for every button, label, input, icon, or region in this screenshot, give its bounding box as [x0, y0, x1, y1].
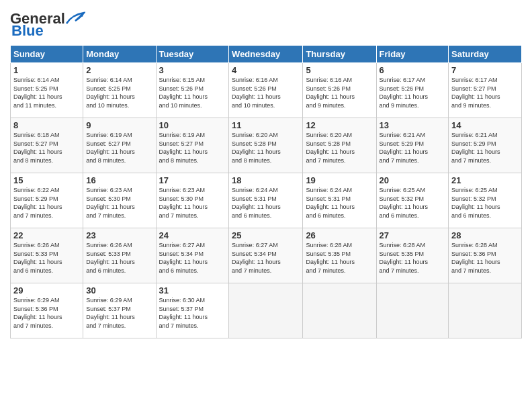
weekday-header-monday: Monday [83, 46, 156, 63]
day-number: 27 [380, 230, 446, 240]
calendar-cell: 27Sunrise: 6:28 AM Sunset: 5:35 PM Dayli… [376, 228, 449, 283]
weekday-header-tuesday: Tuesday [156, 46, 229, 63]
day-info: Sunrise: 6:19 AM Sunset: 5:27 PM Dayligh… [86, 131, 152, 165]
day-info: Sunrise: 6:28 AM Sunset: 5:36 PM Dayligh… [451, 241, 519, 275]
day-number: 19 [306, 175, 373, 185]
day-number: 13 [380, 120, 446, 130]
calendar-cell: 4Sunrise: 6:16 AM Sunset: 5:26 PM Daylig… [229, 63, 303, 118]
day-info: Sunrise: 6:18 AM Sunset: 5:27 PM Dayligh… [13, 131, 80, 165]
calendar-cell: 24Sunrise: 6:27 AM Sunset: 5:34 PM Dayli… [156, 228, 229, 283]
day-number: 1 [13, 65, 80, 75]
calendar-cell: 18Sunrise: 6:24 AM Sunset: 5:31 PM Dayli… [229, 173, 303, 228]
day-info: Sunrise: 6:28 AM Sunset: 5:35 PM Dayligh… [380, 241, 446, 275]
day-number: 26 [306, 230, 373, 240]
calendar-cell: 17Sunrise: 6:23 AM Sunset: 5:30 PM Dayli… [156, 173, 229, 228]
calendar-table: SundayMondayTuesdayWednesdayThursdayFrid… [10, 45, 522, 338]
weekday-header-saturday: Saturday [449, 46, 522, 63]
day-info: Sunrise: 6:16 AM Sunset: 5:26 PM Dayligh… [306, 76, 373, 109]
day-info: Sunrise: 6:26 AM Sunset: 5:33 PM Dayligh… [86, 241, 152, 275]
day-number: 22 [13, 230, 80, 240]
day-number: 10 [159, 120, 226, 130]
calendar-cell: 6Sunrise: 6:17 AM Sunset: 5:26 PM Daylig… [376, 63, 449, 118]
day-info: Sunrise: 6:16 AM Sunset: 5:26 PM Dayligh… [232, 76, 300, 109]
weekday-header-sunday: Sunday [11, 46, 83, 63]
day-info: Sunrise: 6:22 AM Sunset: 5:29 PM Dayligh… [13, 186, 80, 220]
calendar-cell: 31Sunrise: 6:30 AM Sunset: 5:37 PM Dayli… [156, 283, 229, 338]
day-number: 16 [86, 175, 152, 185]
calendar-cell: 28Sunrise: 6:28 AM Sunset: 5:36 PM Dayli… [449, 228, 522, 283]
day-number: 12 [306, 120, 373, 130]
day-number: 24 [159, 230, 226, 240]
week-row-1: 1Sunrise: 6:14 AM Sunset: 5:25 PM Daylig… [11, 63, 522, 118]
calendar-cell: 29Sunrise: 6:29 AM Sunset: 5:36 PM Dayli… [11, 283, 83, 338]
calendar-cell: 22Sunrise: 6:26 AM Sunset: 5:33 PM Dayli… [11, 228, 83, 283]
day-info: Sunrise: 6:24 AM Sunset: 5:31 PM Dayligh… [306, 186, 373, 220]
calendar-cell: 23Sunrise: 6:26 AM Sunset: 5:33 PM Dayli… [83, 228, 156, 283]
calendar-container: General Blue SundayMondayTuesdayWednesda… [0, 0, 532, 411]
day-info: Sunrise: 6:21 AM Sunset: 5:29 PM Dayligh… [451, 131, 519, 165]
day-info: Sunrise: 6:17 AM Sunset: 5:27 PM Dayligh… [451, 76, 519, 109]
day-info: Sunrise: 6:23 AM Sunset: 5:30 PM Dayligh… [86, 186, 152, 220]
calendar-cell: 30Sunrise: 6:29 AM Sunset: 5:37 PM Dayli… [83, 283, 156, 338]
calendar-cell: 25Sunrise: 6:27 AM Sunset: 5:34 PM Dayli… [229, 228, 303, 283]
week-row-2: 8Sunrise: 6:18 AM Sunset: 5:27 PM Daylig… [11, 118, 522, 173]
day-number: 7 [451, 65, 519, 75]
day-info: Sunrise: 6:14 AM Sunset: 5:25 PM Dayligh… [13, 76, 80, 109]
logo-blue: Blue [11, 22, 44, 40]
calendar-cell: 9Sunrise: 6:19 AM Sunset: 5:27 PM Daylig… [83, 118, 156, 173]
week-row-5: 29Sunrise: 6:29 AM Sunset: 5:36 PM Dayli… [11, 283, 522, 338]
day-info: Sunrise: 6:20 AM Sunset: 5:28 PM Dayligh… [306, 131, 373, 165]
calendar-cell: 20Sunrise: 6:25 AM Sunset: 5:32 PM Dayli… [376, 173, 449, 228]
day-info: Sunrise: 6:29 AM Sunset: 5:36 PM Dayligh… [13, 296, 80, 330]
day-info: Sunrise: 6:15 AM Sunset: 5:26 PM Dayligh… [159, 76, 226, 109]
day-info: Sunrise: 6:29 AM Sunset: 5:37 PM Dayligh… [86, 296, 152, 330]
calendar-cell [229, 283, 303, 338]
day-info: Sunrise: 6:21 AM Sunset: 5:29 PM Dayligh… [380, 131, 446, 165]
weekday-header-thursday: Thursday [303, 46, 376, 63]
day-number: 21 [451, 175, 519, 185]
calendar-cell: 15Sunrise: 6:22 AM Sunset: 5:29 PM Dayli… [11, 173, 83, 228]
calendar-cell: 16Sunrise: 6:23 AM Sunset: 5:30 PM Dayli… [83, 173, 156, 228]
calendar-cell [449, 283, 522, 338]
calendar-cell: 5Sunrise: 6:16 AM Sunset: 5:26 PM Daylig… [303, 63, 376, 118]
day-number: 2 [86, 65, 152, 75]
day-number: 15 [13, 175, 80, 185]
day-number: 6 [380, 65, 446, 75]
calendar-cell: 19Sunrise: 6:24 AM Sunset: 5:31 PM Dayli… [303, 173, 376, 228]
day-info: Sunrise: 6:25 AM Sunset: 5:32 PM Dayligh… [451, 186, 519, 220]
day-info: Sunrise: 6:24 AM Sunset: 5:31 PM Dayligh… [232, 186, 300, 220]
day-info: Sunrise: 6:30 AM Sunset: 5:37 PM Dayligh… [159, 296, 226, 330]
logo: General Blue [10, 7, 85, 40]
day-number: 4 [232, 65, 300, 75]
day-info: Sunrise: 6:26 AM Sunset: 5:33 PM Dayligh… [13, 241, 80, 275]
day-number: 30 [86, 285, 152, 295]
calendar-cell: 11Sunrise: 6:20 AM Sunset: 5:28 PM Dayli… [229, 118, 303, 173]
calendar-cell: 3Sunrise: 6:15 AM Sunset: 5:26 PM Daylig… [156, 63, 229, 118]
logo-bird-icon [65, 11, 85, 26]
calendar-cell: 2Sunrise: 6:14 AM Sunset: 5:25 PM Daylig… [83, 63, 156, 118]
day-number: 23 [86, 230, 152, 240]
day-number: 17 [159, 175, 226, 185]
day-info: Sunrise: 6:20 AM Sunset: 5:28 PM Dayligh… [232, 131, 300, 165]
day-info: Sunrise: 6:17 AM Sunset: 5:26 PM Dayligh… [380, 76, 446, 109]
day-number: 8 [13, 120, 80, 130]
calendar-cell: 1Sunrise: 6:14 AM Sunset: 5:25 PM Daylig… [11, 63, 83, 118]
calendar-cell: 10Sunrise: 6:19 AM Sunset: 5:27 PM Dayli… [156, 118, 229, 173]
header-area: General Blue [10, 7, 522, 40]
week-row-3: 15Sunrise: 6:22 AM Sunset: 5:29 PM Dayli… [11, 173, 522, 228]
weekday-header-row: SundayMondayTuesdayWednesdayThursdayFrid… [11, 46, 522, 63]
calendar-cell: 26Sunrise: 6:28 AM Sunset: 5:35 PM Dayli… [303, 228, 376, 283]
day-number: 28 [451, 230, 519, 240]
day-number: 31 [159, 285, 226, 295]
day-info: Sunrise: 6:27 AM Sunset: 5:34 PM Dayligh… [232, 241, 300, 275]
day-number: 25 [232, 230, 300, 240]
day-number: 9 [86, 120, 152, 130]
day-number: 14 [451, 120, 519, 130]
calendar-cell: 21Sunrise: 6:25 AM Sunset: 5:32 PM Dayli… [449, 173, 522, 228]
day-info: Sunrise: 6:19 AM Sunset: 5:27 PM Dayligh… [159, 131, 226, 165]
calendar-cell: 8Sunrise: 6:18 AM Sunset: 5:27 PM Daylig… [11, 118, 83, 173]
day-number: 3 [159, 65, 226, 75]
day-info: Sunrise: 6:23 AM Sunset: 5:30 PM Dayligh… [159, 186, 226, 220]
day-info: Sunrise: 6:27 AM Sunset: 5:34 PM Dayligh… [159, 241, 226, 275]
calendar-cell [376, 283, 449, 338]
